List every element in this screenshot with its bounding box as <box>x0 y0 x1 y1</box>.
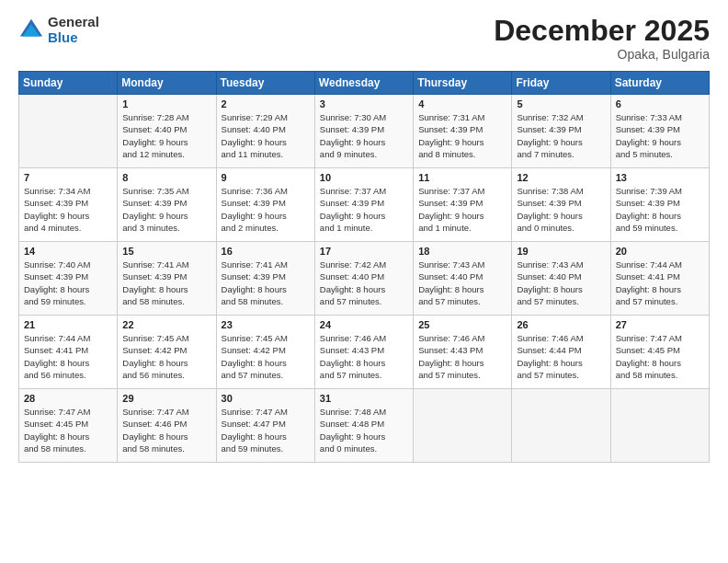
calendar-cell: 16Sunrise: 7:41 AMSunset: 4:39 PMDayligh… <box>216 242 314 316</box>
day-info: Sunrise: 7:47 AMSunset: 4:45 PMDaylight:… <box>616 332 704 381</box>
day-info: Sunrise: 7:41 AMSunset: 4:39 PMDaylight:… <box>222 259 310 307</box>
day-number: 5 <box>517 98 605 109</box>
weekday-header-sunday: Sunday <box>19 72 118 95</box>
day-info: Sunrise: 7:45 AMSunset: 4:42 PMDaylight:… <box>222 332 310 381</box>
day-info: Sunrise: 7:33 AMSunset: 4:39 PMDaylight:… <box>616 111 704 160</box>
calendar-cell: 1Sunrise: 7:28 AMSunset: 4:40 PMDaylight… <box>118 95 216 168</box>
calendar-body: 1Sunrise: 7:28 AMSunset: 4:40 PMDaylight… <box>19 95 710 463</box>
day-info: Sunrise: 7:40 AMSunset: 4:39 PMDaylight:… <box>24 259 112 307</box>
day-info: Sunrise: 7:45 AMSunset: 4:42 PMDaylight:… <box>122 332 210 381</box>
weekday-header-monday: Monday <box>118 72 216 95</box>
calendar-cell: 27Sunrise: 7:47 AMSunset: 4:45 PMDayligh… <box>610 316 709 389</box>
weekday-header-wednesday: Wednesday <box>314 72 413 95</box>
calendar-cell: 6Sunrise: 7:33 AMSunset: 4:39 PMDaylight… <box>610 95 709 168</box>
logo-text: General Blue <box>48 15 99 45</box>
day-info: Sunrise: 7:44 AMSunset: 4:41 PMDaylight:… <box>24 332 112 381</box>
day-info: Sunrise: 7:28 AMSunset: 4:40 PMDaylight:… <box>122 111 210 160</box>
calendar-cell: 9Sunrise: 7:36 AMSunset: 4:39 PMDaylight… <box>216 168 314 242</box>
calendar-cell: 13Sunrise: 7:39 AMSunset: 4:39 PMDayligh… <box>610 168 709 242</box>
calendar-cell: 23Sunrise: 7:45 AMSunset: 4:42 PMDayligh… <box>216 316 314 389</box>
logo-icon <box>18 17 44 43</box>
day-info: Sunrise: 7:37 AMSunset: 4:39 PMDaylight:… <box>418 185 506 234</box>
calendar-cell: 4Sunrise: 7:31 AMSunset: 4:39 PMDaylight… <box>414 95 512 168</box>
day-number: 13 <box>616 172 704 183</box>
month-title: December 2025 <box>494 15 710 47</box>
logo: General Blue <box>18 15 99 45</box>
day-number: 8 <box>122 172 210 183</box>
day-info: Sunrise: 7:38 AMSunset: 4:39 PMDaylight:… <box>517 185 605 234</box>
day-info: Sunrise: 7:30 AMSunset: 4:39 PMDaylight:… <box>320 111 408 160</box>
day-number: 9 <box>222 172 310 183</box>
weekday-header-row: SundayMondayTuesdayWednesdayThursdayFrid… <box>19 72 710 95</box>
calendar-cell: 2Sunrise: 7:29 AMSunset: 4:40 PMDaylight… <box>216 95 314 168</box>
day-info: Sunrise: 7:43 AMSunset: 4:40 PMDaylight:… <box>418 259 506 307</box>
day-info: Sunrise: 7:35 AMSunset: 4:39 PMDaylight:… <box>122 185 210 234</box>
day-info: Sunrise: 7:47 AMSunset: 4:47 PMDaylight:… <box>222 406 310 454</box>
calendar-cell: 5Sunrise: 7:32 AMSunset: 4:39 PMDaylight… <box>512 95 610 168</box>
day-number: 3 <box>320 98 408 109</box>
calendar-cell: 26Sunrise: 7:46 AMSunset: 4:44 PMDayligh… <box>512 316 610 389</box>
day-number: 7 <box>24 172 112 183</box>
weekday-header-friday: Friday <box>512 72 610 95</box>
calendar-cell: 10Sunrise: 7:37 AMSunset: 4:39 PMDayligh… <box>314 168 413 242</box>
calendar-cell: 22Sunrise: 7:45 AMSunset: 4:42 PMDayligh… <box>118 316 216 389</box>
day-info: Sunrise: 7:36 AMSunset: 4:39 PMDaylight:… <box>222 185 310 234</box>
day-number: 18 <box>418 246 506 257</box>
calendar-cell: 25Sunrise: 7:46 AMSunset: 4:43 PMDayligh… <box>414 316 512 389</box>
day-number: 1 <box>122 98 210 109</box>
calendar-cell: 3Sunrise: 7:30 AMSunset: 4:39 PMDaylight… <box>314 95 413 168</box>
calendar-week-1: 1Sunrise: 7:28 AMSunset: 4:40 PMDaylight… <box>19 95 710 168</box>
location: Opaka, Bulgaria <box>494 47 710 62</box>
day-number: 23 <box>222 319 310 330</box>
weekday-header-saturday: Saturday <box>610 72 709 95</box>
calendar-cell: 29Sunrise: 7:47 AMSunset: 4:46 PMDayligh… <box>118 389 216 463</box>
calendar-cell: 18Sunrise: 7:43 AMSunset: 4:40 PMDayligh… <box>414 242 512 316</box>
day-number: 11 <box>418 172 506 183</box>
day-number: 10 <box>320 172 408 183</box>
calendar-week-4: 21Sunrise: 7:44 AMSunset: 4:41 PMDayligh… <box>19 316 710 389</box>
calendar-cell: 15Sunrise: 7:41 AMSunset: 4:39 PMDayligh… <box>118 242 216 316</box>
calendar-cell: 14Sunrise: 7:40 AMSunset: 4:39 PMDayligh… <box>19 242 118 316</box>
calendar-cell: 31Sunrise: 7:48 AMSunset: 4:48 PMDayligh… <box>314 389 413 463</box>
day-number: 22 <box>122 319 210 330</box>
day-number: 21 <box>24 319 112 330</box>
day-info: Sunrise: 7:32 AMSunset: 4:39 PMDaylight:… <box>517 111 605 160</box>
day-number: 4 <box>418 98 506 109</box>
page: General Blue December 2025 Opaka, Bulgar… <box>0 0 728 563</box>
calendar-cell: 11Sunrise: 7:37 AMSunset: 4:39 PMDayligh… <box>414 168 512 242</box>
calendar-header: SundayMondayTuesdayWednesdayThursdayFrid… <box>19 72 710 95</box>
day-number: 16 <box>222 246 310 257</box>
day-number: 20 <box>616 246 704 257</box>
day-info: Sunrise: 7:42 AMSunset: 4:40 PMDaylight:… <box>320 259 408 307</box>
day-number: 14 <box>24 246 112 257</box>
calendar-cell: 17Sunrise: 7:42 AMSunset: 4:40 PMDayligh… <box>314 242 413 316</box>
calendar-cell: 7Sunrise: 7:34 AMSunset: 4:39 PMDaylight… <box>19 168 118 242</box>
calendar-cell: 8Sunrise: 7:35 AMSunset: 4:39 PMDaylight… <box>118 168 216 242</box>
day-info: Sunrise: 7:44 AMSunset: 4:41 PMDaylight:… <box>616 259 704 307</box>
day-info: Sunrise: 7:46 AMSunset: 4:43 PMDaylight:… <box>418 332 506 381</box>
day-number: 17 <box>320 246 408 257</box>
day-info: Sunrise: 7:48 AMSunset: 4:48 PMDaylight:… <box>320 406 408 454</box>
day-info: Sunrise: 7:29 AMSunset: 4:40 PMDaylight:… <box>222 111 310 160</box>
day-number: 30 <box>222 393 310 404</box>
calendar-cell <box>414 389 512 463</box>
calendar-cell <box>19 95 118 168</box>
weekday-header-tuesday: Tuesday <box>216 72 314 95</box>
day-number: 15 <box>122 246 210 257</box>
calendar-cell <box>610 389 709 463</box>
calendar-cell: 19Sunrise: 7:43 AMSunset: 4:40 PMDayligh… <box>512 242 610 316</box>
header: General Blue December 2025 Opaka, Bulgar… <box>18 15 710 62</box>
day-number: 19 <box>517 246 605 257</box>
logo-blue-text: Blue <box>48 30 99 46</box>
calendar-cell: 20Sunrise: 7:44 AMSunset: 4:41 PMDayligh… <box>610 242 709 316</box>
day-number: 28 <box>24 393 112 404</box>
day-number: 29 <box>122 393 210 404</box>
day-number: 24 <box>320 319 408 330</box>
day-info: Sunrise: 7:39 AMSunset: 4:39 PMDaylight:… <box>616 185 704 234</box>
day-info: Sunrise: 7:41 AMSunset: 4:39 PMDaylight:… <box>122 259 210 307</box>
calendar-cell <box>512 389 610 463</box>
calendar-cell: 24Sunrise: 7:46 AMSunset: 4:43 PMDayligh… <box>314 316 413 389</box>
calendar-cell: 12Sunrise: 7:38 AMSunset: 4:39 PMDayligh… <box>512 168 610 242</box>
day-info: Sunrise: 7:31 AMSunset: 4:39 PMDaylight:… <box>418 111 506 160</box>
title-block: December 2025 Opaka, Bulgaria <box>494 15 710 62</box>
